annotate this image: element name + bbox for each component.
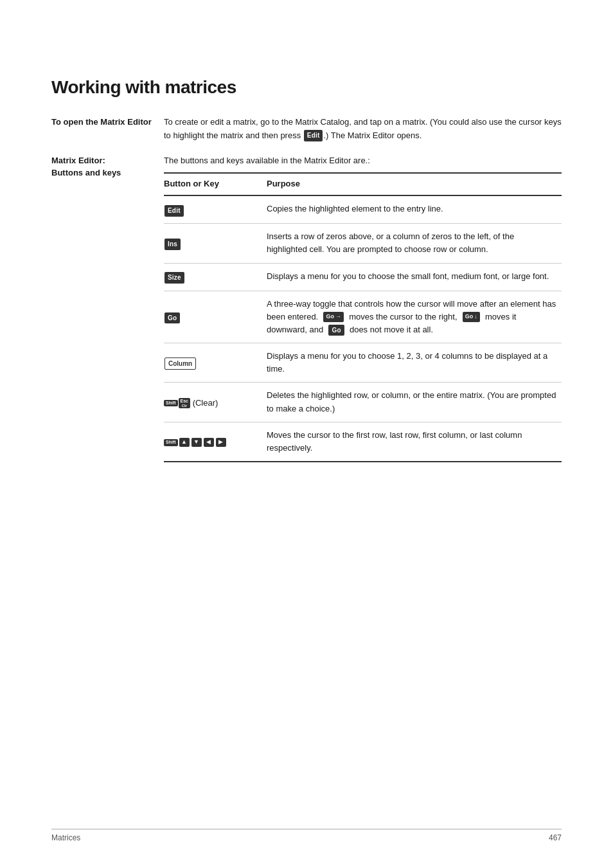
key-shift-arrows: Shift ▲ ▼ ◀ ▶ [164,422,267,462]
page: Working with matrices To open the Matrix… [0,0,613,868]
arrow-down-key: ▼ [191,438,202,447]
arrow-right-key: ▶ [216,438,226,447]
key-shift-esc: Shift EscClr (Clear) [164,383,267,422]
keys-table: Button or Key Purpose Edit Copies the hi… [164,172,562,462]
arrow-left-key: ◀ [204,438,214,447]
edit-key-inline: Edit [304,130,323,141]
section-label-buttons-keys: Matrix Editor:Buttons and keys [51,154,164,462]
table-row-size: Size Displays a menu for you to choose t… [164,263,562,291]
key-ins: Ins [164,224,267,263]
shift-key: Shift [164,400,178,406]
purpose-shift-arrows: Moves the cursor to the first row, last … [267,422,562,462]
col-header-purpose: Purpose [267,173,562,195]
key-column: Column [164,343,267,383]
section-label-open-editor: To open the Matrix Editor [51,116,164,143]
col-header-button-key: Button or Key [164,173,267,195]
section-buttons-keys: Matrix Editor:Buttons and keys The butto… [51,154,562,462]
page-footer: Matrices 467 [51,829,562,842]
go-neutral-key: Go [328,325,344,336]
clear-label: (Clear) [193,398,218,408]
arrow-up-key: ▲ [179,438,190,447]
key-size: Size [164,263,267,291]
table-row-ins: Ins Inserts a row of zeros above, or a c… [164,224,562,263]
shift-key-2: Shift [164,439,178,446]
table-row-column: Column Displays a menu for you to choose… [164,343,562,383]
shift-arrows-combo: Shift ▲ ▼ ◀ ▶ [164,438,227,447]
table-row-go: Go A three-way toggle that controls how … [164,291,562,343]
column-key: Column [164,357,196,370]
go-key: Go [164,312,180,324]
purpose-ins: Inserts a row of zeros above, or a colum… [267,224,562,263]
footer-right: 467 [549,833,562,842]
table-row-shift-arrows: Shift ▲ ▼ ◀ ▶ Moves the cursor to the fi… [164,422,562,462]
purpose-shift-esc: Deletes the highlighted row, or column, … [267,383,562,422]
section-content-open-editor: To create or edit a matrix, go to the Ma… [164,116,562,143]
section-content-buttons-keys: The buttons and keys available in the Ma… [164,154,562,462]
table-row-shift-esc: Shift EscClr (Clear) Deletes the highlig… [164,383,562,422]
table-row-edit: Edit Copies the highlighted element to t… [164,195,562,224]
purpose-edit: Copies the highlighted element to the en… [267,195,562,224]
shift-esc-combo: Shift EscClr [164,398,190,408]
footer-left: Matrices [51,833,80,842]
section-open-editor: To open the Matrix Editor To create or e… [51,116,562,143]
table-header-row: Button or Key Purpose [164,173,562,195]
edit-key: Edit [164,205,184,217]
buttons-keys-intro: The buttons and keys available in the Ma… [164,156,370,165]
ins-key: Ins [164,239,181,250]
esc-key: EscClr [179,398,190,408]
keys-table-wrap: Button or Key Purpose Edit Copies the hi… [164,172,562,462]
go-down-key: Go↓ [463,312,480,322]
purpose-go: A three-way toggle that controls how the… [267,291,562,343]
purpose-size: Displays a menu for you to choose the sm… [267,263,562,291]
page-title: Working with matrices [51,77,562,98]
key-edit: Edit [164,195,267,224]
go-right-key: Go→ [323,312,344,322]
key-go: Go [164,291,267,343]
purpose-column: Displays a menu for you to choose 1, 2, … [267,343,562,383]
size-key: Size [164,272,184,284]
